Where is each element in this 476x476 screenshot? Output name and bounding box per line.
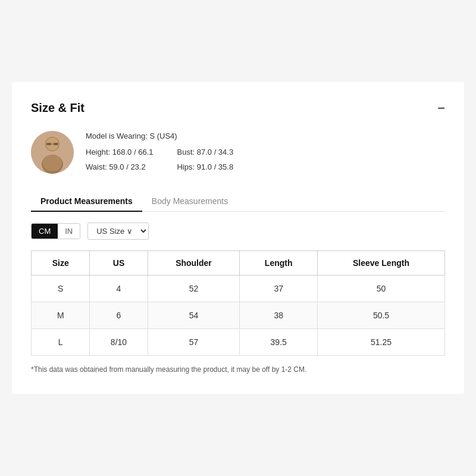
measurement-tabs: Product Measurements Body Measurements [31, 192, 445, 212]
unit-toggle: CM IN [31, 223, 80, 239]
table-row: M6543850.5 [32, 302, 445, 328]
section-title: Size & Fit [31, 101, 84, 115]
cell-1-2: 54 [148, 302, 240, 328]
col-length: Length [240, 250, 318, 275]
model-wearing: Model is Wearing: S (US4) [86, 129, 233, 144]
avatar [31, 131, 74, 174]
collapse-button[interactable]: − [437, 102, 445, 115]
disclaimer-text: *This data was obtained from manually me… [31, 364, 445, 375]
controls-row: CM IN US Size ∨ US 4 US 6 US 8/10 [31, 223, 445, 240]
model-waist: Waist: 59.0 / 23.2 [86, 160, 153, 175]
section-header: Size & Fit − [31, 101, 445, 115]
cell-2-3: 39.5 [240, 328, 318, 355]
tab-body-measurements[interactable]: Body Measurements [142, 192, 237, 212]
measurements-table: Size US Shoulder Length Sleeve Length S4… [31, 250, 445, 356]
table-row: L8/105739.551.25 [32, 328, 445, 355]
model-info-row: Model is Wearing: S (US4) Height: 168.0 … [31, 129, 445, 174]
svg-point-4 [43, 155, 62, 171]
cell-2-1: 8/10 [90, 328, 148, 355]
cell-1-0: M [32, 302, 90, 328]
unit-in-button[interactable]: IN [58, 224, 80, 239]
cell-1-3: 38 [240, 302, 318, 328]
cell-0-2: 52 [148, 275, 240, 302]
cell-2-4: 51.25 [318, 328, 445, 355]
col-size: Size [32, 250, 90, 275]
table-row: S4523750 [32, 275, 445, 302]
cell-0-3: 37 [240, 275, 318, 302]
cell-0-0: S [32, 275, 90, 302]
model-details: Model is Wearing: S (US4) Height: 168.0 … [86, 129, 233, 174]
us-size-select[interactable]: US Size ∨ US 4 US 6 US 8/10 [87, 223, 149, 240]
cell-0-4: 50 [318, 275, 445, 302]
model-stats: Height: 168.0 / 66.1 Bust: 87.0 / 34.3 W… [86, 145, 233, 174]
cell-2-0: L [32, 328, 90, 355]
size-fit-card: Size & Fit − Model is Wearing: S (US4) [12, 82, 464, 393]
model-hips: Hips: 91.0 / 35.8 [177, 160, 233, 175]
tab-product-measurements[interactable]: Product Measurements [31, 192, 142, 212]
cell-1-4: 50.5 [318, 302, 445, 328]
table-header-row: Size US Shoulder Length Sleeve Length [32, 250, 445, 275]
col-us: US [90, 250, 148, 275]
unit-cm-button[interactable]: CM [32, 224, 58, 239]
col-shoulder: Shoulder [148, 250, 240, 275]
col-sleeve-length: Sleeve Length [318, 250, 445, 275]
svg-rect-6 [54, 143, 58, 145]
model-height: Height: 168.0 / 66.1 [86, 145, 153, 160]
model-bust: Bust: 87.0 / 34.3 [177, 145, 233, 160]
cell-1-1: 6 [90, 302, 148, 328]
cell-0-1: 4 [90, 275, 148, 302]
svg-rect-5 [46, 143, 51, 145]
cell-2-2: 57 [148, 328, 240, 355]
